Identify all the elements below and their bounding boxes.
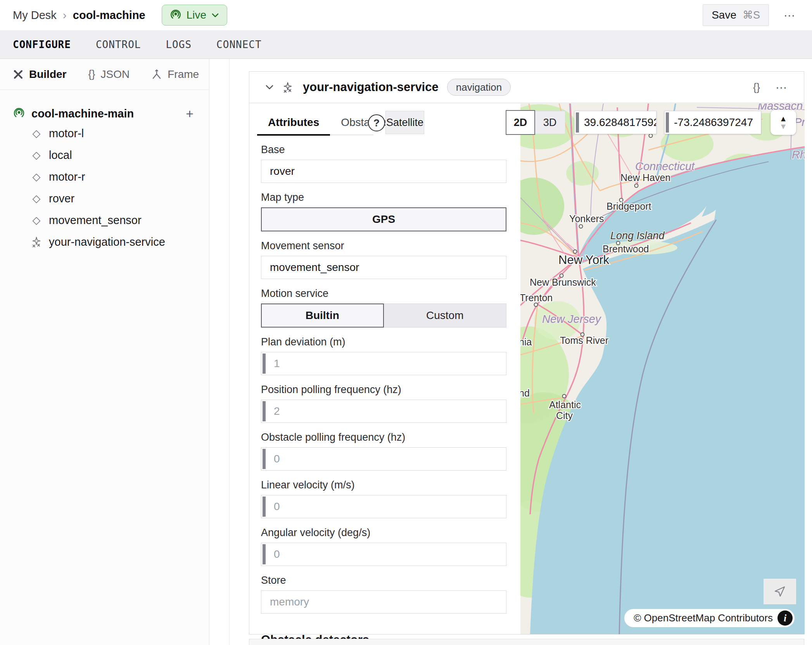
longitude-input[interactable]: -73.2486397247 bbox=[664, 111, 761, 134]
field-obstacle-polling: Obstacle polling frequency (hz) 0 bbox=[261, 431, 506, 471]
add-component-button[interactable]: + bbox=[186, 106, 193, 121]
motion-builtin-option[interactable]: Builtin bbox=[261, 304, 384, 328]
live-status-button[interactable]: Live bbox=[162, 5, 227, 26]
map-city-dot bbox=[635, 184, 638, 188]
tree-item-local[interactable]: ◇ local bbox=[13, 144, 209, 166]
plan-deviation-input[interactable]: 1 bbox=[261, 352, 506, 375]
linear-velocity-label: Linear velocity (m/s) bbox=[261, 479, 506, 491]
map-label: New Brunswick bbox=[530, 277, 596, 288]
collapse-chevron-icon[interactable] bbox=[265, 84, 274, 90]
service-type-badge: navigation bbox=[447, 79, 511, 96]
latitude-input[interactable]: 39.62848175923 bbox=[574, 111, 657, 134]
step-up-icon[interactable]: ▲ bbox=[779, 115, 787, 122]
motion-service-segmented: Builtin Custom bbox=[261, 304, 506, 328]
map-label: Trenton bbox=[520, 292, 553, 303]
mode-tab-builder[interactable]: Builder bbox=[13, 68, 66, 81]
store-input[interactable]: memory bbox=[261, 590, 506, 614]
config-sidebar: Builder {} JSON Frame bbox=[0, 59, 209, 645]
map-label: Rhod bbox=[792, 148, 805, 161]
map-label: New York bbox=[558, 253, 609, 267]
broadcast-icon bbox=[170, 9, 181, 22]
save-shortcut: ⌘S bbox=[743, 9, 760, 21]
frame-axes-icon bbox=[151, 69, 162, 80]
angular-velocity-input[interactable]: 0 bbox=[261, 543, 506, 566]
attributes-tabbar: Attributes Obstacles bbox=[257, 116, 373, 135]
tree-item-rover[interactable]: ◇ rover bbox=[13, 188, 209, 209]
tree-item-motor-r[interactable]: ◇ motor-r bbox=[13, 166, 209, 188]
tree-item-movement-sensor[interactable]: ◇ movement_sensor bbox=[13, 209, 209, 231]
live-label: Live bbox=[187, 9, 206, 21]
service-title: your-navigation-service bbox=[303, 80, 439, 94]
field-position-polling: Position polling frequency (hz) 2 bbox=[261, 384, 506, 423]
card-more-options-icon[interactable]: ⋯ bbox=[776, 81, 788, 94]
angular-velocity-label: Angular velocity (deg/s) bbox=[261, 527, 506, 539]
help-icon[interactable]: ? bbox=[368, 114, 385, 131]
locate-me-button[interactable] bbox=[764, 579, 796, 604]
map-label: nd bbox=[520, 388, 530, 398]
top-header: My Desk › cool-machine Live Save ⌘S ⋯ bbox=[0, 0, 812, 30]
map-label: Brentwood bbox=[603, 243, 649, 254]
map-label: Yonkers bbox=[569, 213, 604, 224]
breadcrumb-root[interactable]: My Desk bbox=[13, 9, 57, 22]
map-city-dot bbox=[649, 134, 653, 138]
service-sparkles-icon bbox=[30, 236, 43, 247]
tree-item-motor-l[interactable]: ◇ motor-l bbox=[13, 122, 209, 144]
field-base: Base rover bbox=[261, 144, 506, 183]
mode-json-label: JSON bbox=[101, 68, 130, 81]
mode-tab-json[interactable]: {} JSON bbox=[88, 68, 130, 81]
map-city-dot bbox=[534, 303, 538, 307]
tab-attributes[interactable]: Attributes bbox=[257, 116, 330, 136]
navigation-map[interactable]: MassachProRhodConnecticutNew HavenBridge… bbox=[520, 103, 805, 634]
save-button[interactable]: Save ⌘S bbox=[703, 4, 769, 26]
linear-velocity-input[interactable]: 0 bbox=[261, 495, 506, 518]
coordinate-stepper[interactable]: ▲ ▼ bbox=[771, 110, 796, 135]
motion-custom-option[interactable]: Custom bbox=[384, 304, 507, 328]
obstacle-polling-label: Obstacle polling frequency (hz) bbox=[261, 431, 506, 443]
attribution-text: © OpenStreetMap Contributors bbox=[634, 612, 773, 624]
tree-item-navigation-service[interactable]: your-navigation-service bbox=[13, 231, 209, 253]
map-3d-button[interactable]: 3D bbox=[534, 111, 565, 134]
header-actions: Save ⌘S ⋯ bbox=[703, 4, 796, 26]
map-city-dot bbox=[579, 225, 583, 228]
mode-tab-frame[interactable]: Frame bbox=[151, 68, 199, 81]
gps-map-type-button[interactable]: GPS bbox=[261, 207, 506, 231]
field-angular-velocity: Angular velocity (deg/s) 0 bbox=[261, 527, 506, 566]
map-label: Bridgeport bbox=[606, 201, 651, 212]
tab-connect[interactable]: CONNECT bbox=[216, 39, 262, 50]
step-down-icon[interactable]: ▼ bbox=[779, 122, 787, 130]
base-label: Base bbox=[261, 144, 506, 156]
tree-root-machine[interactable]: cool-machine-main + bbox=[13, 105, 209, 122]
base-input[interactable]: rover bbox=[261, 160, 506, 183]
tab-control[interactable]: CONTROL bbox=[96, 39, 141, 50]
movement-sensor-label: Movement sensor bbox=[261, 240, 506, 252]
map-attribution: © OpenStreetMap Contributors i bbox=[624, 609, 795, 627]
component-diamond-icon: ◇ bbox=[30, 171, 43, 183]
map-label: City bbox=[556, 410, 573, 421]
component-diamond-icon: ◇ bbox=[30, 127, 43, 140]
motion-service-label: Motion service bbox=[261, 288, 506, 300]
map-city-dot bbox=[563, 395, 566, 398]
tools-icon bbox=[13, 69, 24, 80]
field-motion-service: Motion service Builtin Custom bbox=[261, 288, 506, 328]
more-options-icon[interactable]: ⋯ bbox=[784, 9, 796, 22]
map-label: Atlantic bbox=[549, 399, 581, 410]
breadcrumb-machine-name: cool-machine bbox=[73, 9, 145, 22]
position-polling-label: Position polling frequency (hz) bbox=[261, 384, 506, 396]
map-canvas: MassachProRhodConnecticutNew HavenBridge… bbox=[520, 103, 805, 634]
position-polling-input[interactable]: 2 bbox=[261, 400, 506, 423]
tab-configure[interactable]: CONFIGURE bbox=[13, 39, 71, 50]
mode-builder-label: Builder bbox=[29, 68, 66, 81]
movement-sensor-input[interactable]: movement_sensor bbox=[261, 256, 506, 279]
satellite-toggle-button[interactable]: Satellite bbox=[385, 111, 424, 134]
chevron-down-icon bbox=[211, 12, 219, 18]
info-icon[interactable]: i bbox=[777, 611, 793, 626]
json-view-icon[interactable]: {} bbox=[753, 81, 760, 93]
tab-logs[interactable]: LOGS bbox=[166, 39, 192, 50]
component-diamond-icon: ◇ bbox=[30, 192, 43, 205]
map-2d-button[interactable]: 2D bbox=[506, 110, 535, 135]
plan-deviation-label: Plan deviation (m) bbox=[261, 336, 506, 348]
attributes-form: Attributes Obstacles Base rover Map type… bbox=[261, 103, 506, 645]
component-diamond-icon: ◇ bbox=[30, 214, 43, 226]
map-label: Long Island bbox=[610, 230, 665, 241]
obstacle-polling-input[interactable]: 0 bbox=[261, 447, 506, 471]
